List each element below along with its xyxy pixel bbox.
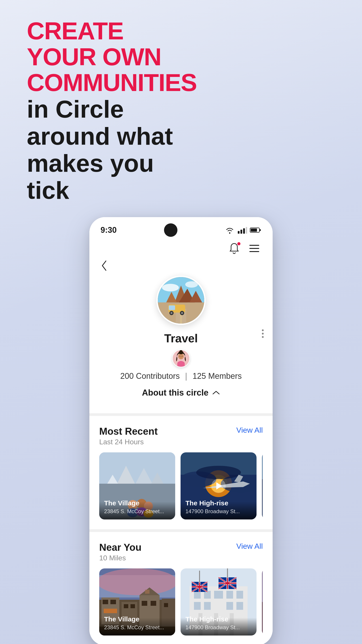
card-highrise-1[interactable]: The High-rise 147900 Broadway St...: [181, 452, 257, 520]
near-you-title: Near You: [99, 542, 141, 553]
dot-1: [262, 330, 264, 331]
card-partial-1: [262, 452, 263, 520]
near-you-subtitle: 10 Miles: [99, 554, 141, 562]
profile-section: Travel: [89, 276, 273, 413]
svg-rect-0: [238, 231, 240, 234]
near-you-cards: The Village 23845 S. McCoy Street...: [99, 568, 263, 641]
svg-rect-75: [214, 591, 223, 598]
menu-line-3: [249, 251, 259, 252]
svg-point-49: [196, 466, 241, 479]
card-title-3: The Village: [104, 616, 170, 623]
svg-rect-78: [194, 602, 201, 610]
headline-bold: CREATE YOUR OWN COMMUNITIES: [27, 18, 197, 96]
svg-rect-104: [227, 568, 228, 578]
travel-scene: [158, 277, 204, 324]
play-button-1[interactable]: [211, 479, 226, 493]
svg-point-28: [180, 356, 181, 356]
stats-row: 200 Contributors | 125 Members: [120, 372, 242, 381]
svg-rect-77: [236, 591, 243, 598]
card-subtitle-3: 23845 S. McCoy Street...: [104, 624, 170, 630]
card-partial-2: [262, 568, 263, 636]
svg-rect-5: [259, 229, 261, 231]
svg-point-27: [180, 350, 182, 352]
svg-rect-76: [226, 591, 233, 598]
svg-rect-18: [169, 305, 175, 310]
svg-point-9: [162, 284, 179, 291]
headline-section: CREATE YOUR OWN COMMUNITIES in Circle ar…: [13, 18, 197, 204]
card-overlay-2: The High-rise 147900 Broadway St...: [181, 494, 257, 520]
user-avatar-image: [173, 350, 189, 368]
near-you-header: Near You 10 Miles View All: [99, 542, 263, 562]
svg-point-22: [181, 312, 183, 314]
most-recent-title-group: Most Recent Last 24 Hours: [99, 426, 158, 446]
back-arrow-icon: [100, 260, 107, 271]
circle-title: Travel: [164, 332, 198, 345]
svg-rect-57: [103, 600, 108, 604]
card-highrise-2[interactable]: The High-rise 147900 Broadway St...: [181, 568, 257, 636]
card-title-2: The High-rise: [185, 499, 252, 507]
svg-rect-62: [130, 604, 135, 608]
menu-line-2: [249, 248, 259, 249]
card-subtitle-4: 147900 Broadway St...: [185, 624, 252, 630]
user-avatar: [172, 350, 190, 368]
svg-rect-61: [124, 604, 128, 608]
svg-rect-81: [236, 602, 243, 610]
card-village-1[interactable]: The Village 23845 S. McCoy Street...: [99, 452, 175, 520]
back-button[interactable]: [98, 260, 109, 271]
most-recent-view-all[interactable]: View All: [236, 426, 263, 434]
svg-rect-65: [145, 590, 149, 594]
battery-icon: [250, 226, 261, 234]
card-subtitle-2: 147900 Broadway St...: [185, 508, 252, 514]
card-title-1: The Village: [104, 499, 170, 507]
circle-avatar: [156, 276, 206, 325]
contributors-stat: 200 Contributors: [120, 372, 180, 381]
card-overlay-1: The Village 23845 S. McCoy Street...: [99, 494, 175, 520]
most-recent-cards: The Village 23845 S. McCoy Street...: [99, 452, 263, 525]
card-village-2[interactable]: The Village 23845 S. McCoy Street...: [99, 568, 175, 636]
play-triangle-icon: [216, 482, 222, 490]
top-nav: [89, 239, 273, 260]
card-subtitle-1: 23845 S. McCoy Street...: [104, 508, 170, 514]
members-stat: 125 Members: [193, 372, 242, 381]
near-you-section: Near You 10 Miles View All: [89, 532, 273, 644]
svg-point-54: [99, 568, 175, 595]
signal-icon: [237, 226, 247, 234]
card-title-4: The High-rise: [185, 616, 252, 623]
camera-dot: [164, 224, 177, 237]
svg-rect-74: [204, 591, 211, 598]
svg-rect-2: [243, 228, 245, 234]
svg-rect-58: [110, 600, 116, 604]
svg-rect-73: [194, 591, 201, 598]
most-recent-section: Most Recent Last 24 Hours View All: [89, 416, 273, 529]
svg-rect-106: [262, 602, 263, 636]
svg-point-24: [178, 353, 184, 359]
dot-3: [262, 336, 264, 338]
svg-rect-3: [246, 227, 247, 234]
about-circle-row[interactable]: About this circle: [142, 388, 220, 398]
card-overlay-4: The High-rise 147900 Broadway St...: [181, 610, 257, 636]
more-options-button[interactable]: [262, 330, 264, 338]
menu-button[interactable]: [249, 241, 264, 256]
card-overlay-3: The Village 23845 S. McCoy Street...: [99, 610, 175, 636]
phone-frame: 9:30: [89, 217, 273, 644]
card-partial-bg: [262, 452, 263, 520]
dot-2: [262, 333, 264, 334]
svg-point-10: [185, 281, 198, 287]
bell-button[interactable]: [227, 241, 241, 256]
stats-divider: |: [185, 372, 187, 381]
near-you-view-all[interactable]: View All: [236, 542, 263, 550]
most-recent-header: Most Recent Last 24 Hours View All: [99, 426, 263, 446]
near-you-title-group: Near You 10 Miles: [99, 542, 141, 562]
back-row: [89, 260, 273, 276]
section-divider: [89, 413, 273, 416]
svg-point-20: [170, 312, 173, 314]
svg-rect-6: [251, 228, 257, 232]
wifi-icon: [225, 226, 235, 234]
svg-rect-66: [142, 601, 147, 606]
most-recent-subtitle: Last 24 Hours: [99, 438, 158, 446]
chevron-up-icon: [212, 390, 220, 395]
status-bar: 9:30: [89, 217, 273, 239]
svg-rect-67: [151, 601, 156, 606]
headline-normal: in Circle around what makes you tick: [27, 96, 197, 204]
svg-rect-69: [164, 603, 168, 607]
